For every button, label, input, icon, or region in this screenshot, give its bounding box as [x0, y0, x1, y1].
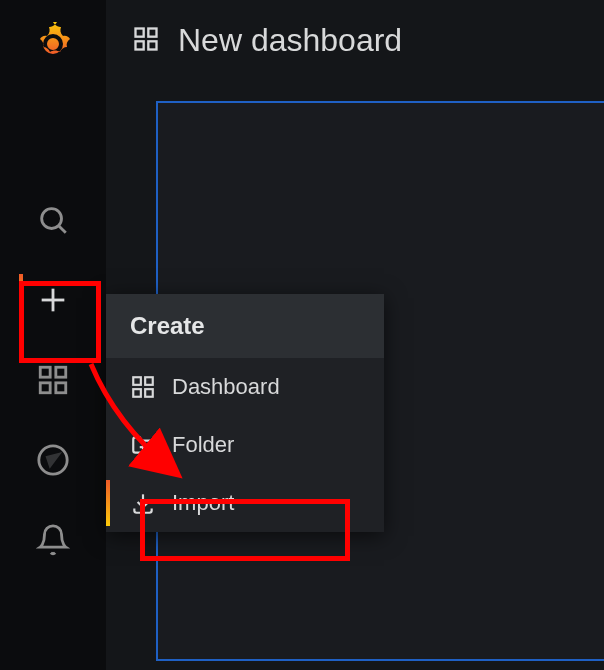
page-header: New dashboard: [106, 0, 604, 81]
svg-rect-12: [136, 41, 144, 49]
sidebar: [0, 0, 106, 670]
dashboard-icon: [130, 374, 156, 400]
flyout-item-label: Folder: [172, 432, 234, 458]
dashboard-header-icon: [132, 25, 160, 57]
folder-plus-icon: [130, 432, 156, 458]
svg-rect-17: [145, 389, 153, 397]
active-indicator: [19, 274, 23, 326]
flyout-item-import[interactable]: Import: [106, 474, 384, 532]
svg-point-0: [42, 209, 62, 229]
flyout-item-folder[interactable]: Folder: [106, 416, 384, 474]
flyout-item-label: Dashboard: [172, 374, 280, 400]
import-icon: [130, 490, 156, 516]
explore-icon[interactable]: [19, 426, 87, 494]
create-flyout: Create Dashboard Folder Import: [106, 294, 384, 532]
svg-rect-11: [148, 28, 156, 36]
svg-rect-14: [133, 377, 141, 385]
svg-line-1: [59, 226, 66, 233]
page-title: New dashboard: [178, 22, 402, 59]
svg-rect-16: [133, 389, 141, 397]
flyout-title[interactable]: Create: [106, 294, 384, 358]
svg-rect-4: [40, 367, 50, 377]
dashboard-icon[interactable]: [19, 346, 87, 414]
search-icon[interactable]: [19, 186, 87, 254]
svg-rect-5: [56, 367, 66, 377]
svg-rect-10: [136, 28, 144, 36]
grafana-logo[interactable]: [29, 18, 77, 66]
svg-rect-7: [56, 383, 66, 393]
svg-rect-13: [148, 41, 156, 49]
svg-rect-15: [145, 377, 153, 385]
alerting-icon[interactable]: [19, 506, 87, 574]
flyout-item-label: Import: [172, 490, 234, 516]
active-indicator: [106, 480, 110, 526]
plus-icon[interactable]: [19, 266, 87, 334]
svg-marker-9: [47, 454, 58, 465]
svg-rect-6: [40, 383, 50, 393]
flyout-item-dashboard[interactable]: Dashboard: [106, 358, 384, 416]
